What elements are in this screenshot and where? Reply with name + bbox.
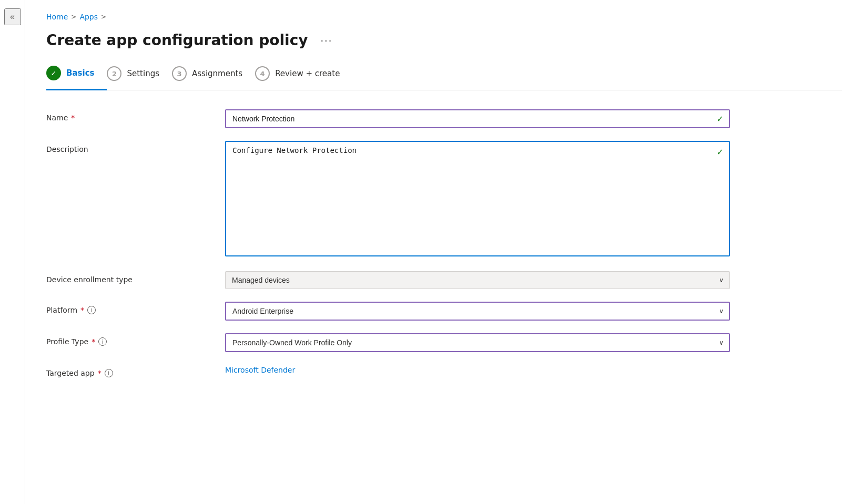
profile-type-dropdown[interactable]: Personally-Owned Work Profile Only (225, 333, 730, 352)
form-section: Name * ✓ Description Configure Network P… (46, 109, 730, 377)
step-review-circle: 4 (255, 66, 270, 81)
device-enrollment-control-wrap: Managed devices ∨ (225, 271, 730, 289)
targeted-app-required: * (98, 369, 101, 377)
targeted-app-info-icon[interactable]: i (105, 369, 113, 377)
profile-type-row: Profile Type * i Personally-Owned Work P… (46, 333, 730, 352)
breadcrumb-home[interactable]: Home (46, 13, 68, 21)
targeted-app-row: Targeted app * i Microsoft Defender (46, 365, 730, 377)
profile-type-dropdown-wrapper: Personally-Owned Work Profile Only ∨ (225, 333, 730, 352)
step-settings-label: Settings (127, 69, 159, 78)
device-enrollment-label-text: Device enrollment type (46, 275, 133, 284)
step-settings-circle: 2 (107, 66, 121, 81)
profile-type-label: Profile Type * i (46, 333, 215, 346)
description-control-wrap: Configure Network Protection ✓ (225, 141, 730, 259)
targeted-app-label-text: Targeted app (46, 369, 95, 377)
breadcrumb: Home > Apps > (46, 13, 842, 21)
description-row: Description Configure Network Protection… (46, 141, 730, 259)
collapse-icon: « (10, 12, 15, 22)
name-check-icon: ✓ (717, 114, 724, 124)
step-basics[interactable]: ✓ Basics (46, 66, 107, 90)
name-input[interactable] (225, 109, 730, 128)
breadcrumb-separator-2: > (101, 13, 106, 20)
step-review[interactable]: 4 Review + create (255, 66, 352, 89)
platform-dropdown[interactable]: Android Enterprise (225, 302, 730, 321)
name-required: * (71, 114, 75, 122)
description-textarea-wrapper: Configure Network Protection ✓ (225, 141, 730, 259)
device-enrollment-row: Device enrollment type Managed devices ∨ (46, 271, 730, 289)
description-label: Description (46, 141, 215, 153)
breadcrumb-separator-1: > (71, 13, 76, 20)
step-basics-label: Basics (66, 68, 94, 78)
profile-type-control-wrap: Personally-Owned Work Profile Only ∨ (225, 333, 730, 352)
wizard-steps: ✓ Basics 2 Settings 3 Assignments 4 Revi… (46, 66, 842, 90)
platform-required: * (80, 306, 84, 314)
name-label: Name * (46, 109, 215, 122)
more-options-button[interactable]: ··· (317, 32, 337, 48)
description-input[interactable]: Configure Network Protection (225, 141, 730, 256)
description-label-text: Description (46, 145, 88, 153)
platform-label-text: Platform (46, 306, 77, 314)
platform-label: Platform * i (46, 302, 215, 314)
step-review-label: Review + create (275, 69, 340, 78)
step-assignments-label: Assignments (192, 69, 242, 78)
sidebar-collapse-button[interactable]: « (4, 8, 21, 25)
device-enrollment-dropdown-wrapper: Managed devices ∨ (225, 271, 730, 289)
platform-info-icon[interactable]: i (87, 306, 96, 314)
platform-row: Platform * i Android Enterprise ∨ (46, 302, 730, 321)
name-input-wrapper: ✓ (225, 109, 730, 128)
profile-type-required: * (92, 337, 95, 346)
name-row: Name * ✓ (46, 109, 730, 128)
targeted-app-control-wrap: Microsoft Defender (225, 365, 730, 375)
name-control-wrap: ✓ (225, 109, 730, 128)
step-settings[interactable]: 2 Settings (107, 66, 172, 89)
targeted-app-link[interactable]: Microsoft Defender (225, 366, 295, 374)
platform-control-wrap: Android Enterprise ∨ (225, 302, 730, 321)
name-label-text: Name (46, 114, 68, 122)
step-basics-circle: ✓ (46, 66, 61, 80)
profile-type-label-text: Profile Type (46, 337, 88, 346)
page-title-row: Create app configuration policy ··· (46, 32, 842, 49)
device-enrollment-label: Device enrollment type (46, 271, 215, 284)
device-enrollment-dropdown[interactable]: Managed devices (225, 271, 730, 289)
page-title: Create app configuration policy (46, 32, 308, 49)
description-check-icon: ✓ (717, 147, 724, 157)
targeted-app-label: Targeted app * i (46, 365, 215, 377)
sidebar: « (0, 0, 25, 504)
profile-type-info-icon[interactable]: i (98, 337, 107, 346)
main-content: Home > Apps > Create app configuration p… (25, 0, 863, 504)
step-assignments[interactable]: 3 Assignments (172, 66, 255, 89)
breadcrumb-apps[interactable]: Apps (79, 13, 98, 21)
platform-dropdown-wrapper: Android Enterprise ∨ (225, 302, 730, 321)
step-assignments-circle: 3 (172, 66, 187, 81)
